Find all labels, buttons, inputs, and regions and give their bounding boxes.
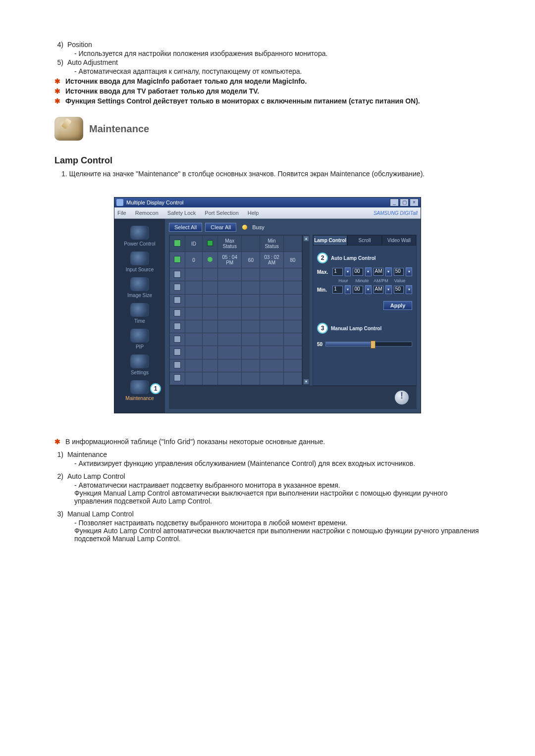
table-row[interactable]: [170, 281, 302, 294]
dropdown-icon[interactable]: ▾: [385, 285, 392, 294]
row-checkbox[interactable]: [174, 361, 181, 368]
sidebar-item-label: Settings: [114, 370, 165, 375]
max-minute-input[interactable]: 00: [353, 268, 363, 276]
cell-min-val: 80: [283, 252, 302, 268]
col-max-val: [242, 236, 260, 252]
table-row[interactable]: [170, 359, 302, 372]
sidebar-item-label: Time: [114, 318, 165, 324]
info-grid-table: ID Max Status Min Status 0: [169, 235, 302, 385]
max-value-input[interactable]: 50: [394, 268, 404, 276]
maintenance-heading: Maintenance: [89, 123, 149, 135]
item-desc: - Автоматическая адаптация к сигналу, по…: [74, 67, 481, 75]
menu-port-selection[interactable]: Port Selection: [205, 210, 238, 216]
min-hour-input[interactable]: 1: [332, 286, 342, 294]
dropdown-icon[interactable]: ▾: [345, 285, 351, 294]
row-checkbox[interactable]: [174, 309, 181, 316]
table-row[interactable]: [170, 346, 302, 359]
tab-scroll[interactable]: Scroll: [347, 235, 381, 246]
sidebar-item-input-source[interactable]: Input Source: [114, 252, 165, 272]
sidebar-item-label: PIP: [114, 344, 165, 350]
sidebar-item-time[interactable]: Time: [114, 303, 165, 324]
scroll-up-icon[interactable]: ▴: [304, 236, 309, 241]
row-checkbox[interactable]: [174, 336, 181, 343]
select-all-button[interactable]: Select All: [169, 223, 202, 232]
sidebar-item-image-size[interactable]: Image Size: [114, 277, 165, 298]
menubar: File Remocon Safety Lock Port Selection …: [114, 207, 421, 219]
table-row[interactable]: 0 05 : 04 PM 60 03 : 02 AM 80: [170, 252, 302, 268]
row-checkbox[interactable]: [174, 271, 181, 278]
menu-remocon[interactable]: Remocon: [135, 210, 159, 216]
tab-lamp-control[interactable]: Lamp Control: [313, 235, 347, 246]
minimize-button[interactable]: _: [390, 199, 399, 206]
dropdown-icon[interactable]: ▾: [345, 267, 351, 276]
window-title: Multiple Display Control: [126, 200, 389, 205]
min-minute-input[interactable]: 00: [353, 286, 363, 294]
dropdown-icon[interactable]: ▾: [385, 267, 392, 276]
dropdown-icon[interactable]: ▾: [406, 267, 412, 276]
callout-1: 1: [150, 383, 161, 394]
menu-safety-lock[interactable]: Safety Lock: [167, 210, 196, 216]
max-hour-input[interactable]: 1: [332, 268, 342, 276]
manual-value-label: 50: [317, 342, 322, 347]
table-row[interactable]: [170, 372, 302, 385]
row-checkbox[interactable]: [174, 284, 181, 291]
col-max-status: Max Status: [218, 236, 242, 252]
list-item-manual-lamp-control: 3) Manual Lamp Control - Позволяет настр…: [54, 510, 481, 543]
row-checkbox[interactable]: [174, 349, 181, 355]
alert-icon[interactable]: [395, 391, 409, 404]
menu-help[interactable]: Help: [248, 210, 259, 216]
menu-file[interactable]: File: [117, 210, 126, 216]
titlebar[interactable]: Multiple Display Control _ ▢ ×: [114, 198, 421, 207]
manual-lamp-slider[interactable]: [325, 342, 412, 347]
grid-scrollbar[interactable]: ▴ ▾: [302, 235, 309, 385]
col-min-val: [283, 236, 302, 252]
row-checkbox[interactable]: [174, 323, 181, 330]
dropdown-icon[interactable]: ▾: [365, 267, 372, 276]
sidebar-item-pip[interactable]: PIP: [114, 329, 165, 350]
max-ampm-input[interactable]: AM: [374, 268, 383, 276]
sidebar-item-power-control[interactable]: Power Control: [114, 226, 165, 247]
row-checkbox[interactable]: [174, 256, 181, 263]
table-row[interactable]: [170, 307, 302, 320]
dropdown-icon[interactable]: ▾: [406, 285, 412, 294]
manual-lamp-title: 3 Manual Lamp Control: [317, 323, 412, 334]
sidebar-item-maintenance[interactable]: Maintenance 1: [114, 380, 165, 401]
table-row[interactable]: [170, 268, 302, 281]
table-row[interactable]: [170, 320, 302, 333]
right-panel-tabs: Lamp Control Scroll Video Wall: [313, 235, 416, 246]
cell-min-status: 03 : 02 AM: [260, 252, 283, 268]
clear-all-button[interactable]: Clear All: [205, 223, 236, 232]
table-row[interactable]: [170, 333, 302, 346]
min-label: Min.: [317, 287, 330, 293]
col-minute-label: Minute: [353, 278, 372, 283]
header-checkbox[interactable]: [174, 240, 181, 247]
dropdown-icon[interactable]: ▾: [365, 285, 372, 294]
cell-max-val: 60: [242, 252, 260, 268]
sidebar-item-label: Input Source: [114, 267, 165, 272]
image-size-icon: [130, 277, 149, 291]
sidebar: Power Control Input Source Image Size Ti…: [114, 219, 165, 413]
table-row[interactable]: [170, 294, 302, 307]
info-grid: ID Max Status Min Status 0: [169, 235, 310, 386]
note-settings-control: Функция Settings Control действует тольк…: [54, 97, 481, 105]
row-checkbox[interactable]: [174, 374, 181, 381]
tab-video-wall[interactable]: Video Wall: [382, 235, 416, 246]
row-checkbox[interactable]: [174, 297, 181, 303]
auto-lamp-title: 2 Auto Lamp Control: [317, 252, 412, 263]
maintenance-side-icon: [130, 380, 149, 394]
slider-track: [326, 342, 373, 346]
min-ampm-input[interactable]: AM: [374, 286, 383, 294]
slider-thumb[interactable]: [371, 341, 375, 349]
min-value-input[interactable]: 50: [394, 286, 404, 294]
apply-button[interactable]: Apply: [383, 301, 412, 310]
sidebar-item-label: Power Control: [114, 241, 165, 247]
list-item-maintenance: 1) Maintenance - Активизирует функцию уп…: [54, 451, 481, 467]
item-desc: - Автоматически настраивает подсветку вы…: [74, 481, 481, 505]
scroll-down-icon[interactable]: ▾: [304, 379, 309, 384]
col-status-icon: [207, 240, 213, 246]
close-button[interactable]: ×: [410, 199, 419, 206]
manual-lamp-label: Manual Lamp Control: [331, 326, 381, 331]
sidebar-item-settings[interactable]: Settings: [114, 354, 165, 375]
maximize-button[interactable]: ▢: [400, 199, 409, 206]
list-item-auto-lamp-control: 2) Auto Lamp Control - Автоматически нас…: [54, 472, 481, 505]
